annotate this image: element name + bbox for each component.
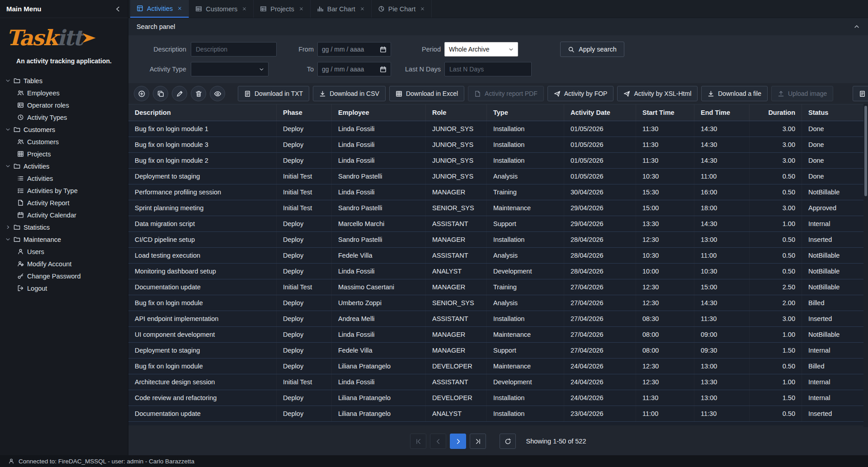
sidebar-item-projects[interactable]: Projects (0, 148, 128, 160)
prev-page-button[interactable] (430, 434, 446, 449)
table-row[interactable]: Bug fix on login module 1DeployLinda Fos… (128, 121, 868, 137)
sidebar-section-tables[interactable]: Tables (0, 75, 128, 87)
column-header-status[interactable]: Status (802, 104, 868, 121)
tab-activities[interactable]: Activities (130, 0, 189, 18)
table-row[interactable]: Documentation updateDeployLiliana Pratan… (128, 406, 868, 422)
last-n-days-input[interactable] (444, 62, 532, 76)
sidebar-item-activity-report[interactable]: Activity Report (0, 197, 128, 209)
to-label: To (277, 66, 314, 73)
tab-close-icon[interactable] (177, 6, 182, 11)
table-row[interactable]: Data migration scriptDeployMarcello Marc… (128, 216, 868, 232)
activity-by-xsl-html-button[interactable]: Activity by XSL-Html (617, 86, 698, 101)
upload-image-button[interactable]: Upload image (771, 86, 833, 101)
table-row[interactable]: Code review and refactoringDeployLiliana… (128, 390, 868, 406)
sidebar-item-activities[interactable]: Activities (0, 172, 128, 184)
sidebar-item-logout[interactable]: Logout (0, 282, 128, 294)
sidebar-title: Main Menu (6, 5, 42, 13)
table-row[interactable]: Architecture design sessionInitial TestL… (128, 374, 868, 390)
download-in-csv-button[interactable]: Download in CSV (313, 86, 386, 101)
scrollbar-thumb[interactable] (864, 106, 867, 196)
tab-projects[interactable]: Projects (254, 0, 310, 18)
sidebar-item-employees[interactable]: Employees (0, 87, 128, 99)
column-header-type[interactable]: Type (487, 104, 564, 121)
tab-close-icon[interactable] (299, 6, 304, 11)
first-page-button[interactable] (410, 434, 426, 449)
last-page-button[interactable] (470, 434, 486, 449)
tab-bar-chart[interactable]: Bar Chart (311, 0, 372, 18)
column-header-end-time[interactable]: End Time (694, 104, 750, 121)
tab-close-icon[interactable] (242, 6, 247, 11)
activity-by-fop-button[interactable]: Activity by FOP (547, 86, 614, 101)
collapse-sidebar-icon[interactable] (114, 5, 122, 13)
sidebar-section-statistics[interactable]: Statistics (0, 221, 128, 233)
cell-phase: Deploy (277, 295, 332, 311)
sidebar-item-modify-account[interactable]: Modify Account (0, 258, 128, 270)
cell-phase: Deploy (277, 406, 332, 421)
download-in-txt-button[interactable]: Download in TXT (238, 86, 309, 101)
view-button[interactable] (210, 86, 225, 101)
table-row[interactable]: Bug fix on login moduleDeployLiliana Pra… (128, 359, 868, 374)
copy-button[interactable] (153, 86, 168, 101)
column-header-employee[interactable]: Employee (332, 104, 426, 121)
apply-search-button[interactable]: Apply search (560, 42, 624, 57)
table-row[interactable]: Sprint planning meetingInitial TestSandr… (128, 200, 868, 216)
chevron-up-icon (854, 24, 860, 30)
sidebar-item-users[interactable]: Users (0, 245, 128, 258)
from-date-input[interactable]: gg / mm / aaaa (317, 42, 391, 57)
table-row[interactable]: Documentation updateInitial TestMassimo … (128, 279, 868, 295)
description-input[interactable] (191, 42, 277, 57)
sidebar-section-maintenance[interactable]: Maintenance (0, 233, 128, 245)
table-row[interactable]: Deployment to stagingInitial TestSandro … (128, 169, 868, 184)
cell-end-time: 09:00 (694, 327, 750, 342)
add-button[interactable] (134, 86, 149, 101)
table-row[interactable]: Load testing executionDeployFedele Villa… (128, 248, 868, 264)
next-page-button[interactable] (450, 434, 466, 449)
tab-customers[interactable]: Customers (189, 0, 254, 18)
tab-close-icon[interactable] (360, 6, 365, 11)
table-row[interactable]: Bug fix on login module 3DeployLinda Fos… (128, 137, 868, 153)
sidebar-item-change-password[interactable]: Change Password (0, 270, 128, 282)
table-row[interactable]: Deployment to stagingDeployFedele VillaM… (128, 343, 868, 359)
sidebar-item-activity-types[interactable]: Activity Types (0, 111, 128, 123)
cell-employee: Andrea Melli (332, 311, 426, 326)
sidebar-item-operator-roles[interactable]: Operator roles (0, 99, 128, 111)
sidebar-item-customers[interactable]: Customers (0, 136, 128, 148)
refresh-icon (505, 438, 511, 445)
table-row[interactable]: Performance profiling sessionInitial Tes… (128, 184, 868, 200)
column-header-description[interactable]: Description (128, 104, 277, 121)
sidebar-section-activities[interactable]: Activities (0, 160, 128, 172)
table-row[interactable]: UI component developmentDeployLinda Foss… (128, 327, 868, 343)
tab-close-icon[interactable] (420, 6, 425, 11)
edit-button[interactable] (172, 86, 187, 101)
column-header-activity-date[interactable]: Activity Date (564, 104, 636, 121)
sidebar-section-customers[interactable]: Customers (0, 123, 128, 136)
refresh-button[interactable] (500, 434, 516, 449)
cell-description: Bug fix on login module 1 (128, 121, 277, 137)
tab-pie-chart[interactable]: Pie Chart (372, 0, 432, 18)
column-header-start-time[interactable]: Start Time (636, 104, 694, 121)
cell-activity-date: 24/04/2026 (564, 359, 636, 374)
search-panel-header[interactable]: Search panel (128, 18, 868, 35)
download-in-excel-button[interactable]: Download in Excel (389, 86, 464, 101)
sidebar-item-activity-calendar[interactable]: Activity Calendar (0, 209, 128, 221)
delete-button[interactable] (191, 86, 206, 101)
table-row[interactable]: CI/CD pipeline setupDeploySandro Pastell… (128, 232, 868, 248)
column-header-duration[interactable]: Duration (750, 104, 802, 121)
download-a-file-button[interactable]: Download a file (701, 86, 768, 101)
to-date-input[interactable]: gg / mm / aaaa (317, 62, 391, 76)
table-row[interactable]: Bug fix on login module 2DeployLinda Fos… (128, 153, 868, 169)
table-row[interactable]: Bug fix on login moduleDeployUmberto Zop… (128, 295, 868, 311)
activity-report-pdf-button[interactable]: Activity report PDF (468, 86, 544, 101)
table-row[interactable]: API endpoint implementationDeployAndrea … (128, 311, 868, 327)
column-header-role[interactable]: Role (426, 104, 487, 121)
period-select[interactable]: Whole Archive (444, 42, 518, 57)
activity-type-select[interactable] (191, 62, 269, 76)
column-header-phase[interactable]: Phase (277, 104, 332, 121)
cell-phase: Deploy (277, 390, 332, 406)
folder-icon (14, 163, 20, 170)
cell-role: MANAGER (426, 279, 487, 295)
sidebar-item-activities-by-type[interactable]: Activities by Type (0, 184, 128, 197)
vertical-scrollbar[interactable] (863, 104, 868, 427)
table-row[interactable]: Monitoring dashboard setupDeployLinda Fo… (128, 264, 868, 279)
toolbar-clipped-button[interactable] (853, 86, 868, 101)
